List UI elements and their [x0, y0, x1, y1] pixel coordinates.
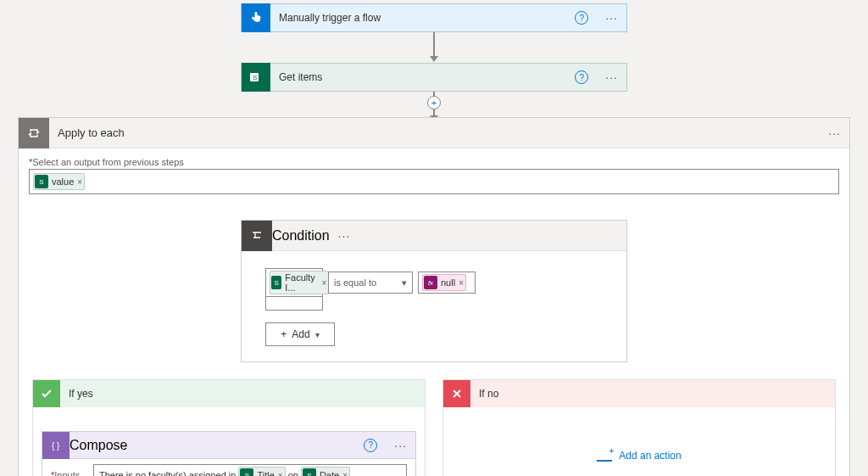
if-yes-label: If yes — [60, 388, 93, 400]
help-icon[interactable]: ? — [364, 439, 377, 452]
output-field-label: *Select an output from previous steps — [29, 157, 839, 167]
getitems-label: Get items — [270, 71, 575, 83]
add-action-icon — [597, 450, 612, 462]
check-icon — [33, 380, 60, 407]
if-no-label: If no — [470, 388, 498, 400]
token-title[interactable]: S Title × — [238, 467, 285, 476]
apply-to-each-label: Apply to each — [49, 126, 820, 139]
flow-canvas: Manually trigger a flow ? ··· S Get item… — [0, 0, 868, 476]
help-icon[interactable]: ? — [575, 70, 588, 84]
if-yes-header[interactable]: If yes — [33, 380, 425, 407]
more-icon[interactable]: ··· — [597, 70, 626, 84]
token-faculty[interactable]: S Faculty I... × — [270, 271, 329, 294]
condition-left-input[interactable]: S Faculty I... × — [265, 268, 323, 297]
if-no-branch: If no Add an action — [442, 379, 836, 476]
compose-card: { } Compose ? ··· *Inputs There is no fa… — [42, 431, 416, 476]
condition-icon — [242, 221, 272, 251]
x-icon — [443, 380, 470, 407]
apply-to-each-header[interactable]: Apply to each ··· — [19, 118, 849, 148]
plus-icon: + — [281, 328, 287, 340]
insert-step-button[interactable]: + — [427, 96, 441, 109]
condition-operator-select[interactable]: is equal to ▾ — [328, 272, 413, 294]
trigger-card[interactable]: Manually trigger a flow ? ··· — [241, 3, 627, 32]
connector-arrow — [428, 32, 440, 62]
apply-to-each-container: Apply to each ··· *Select an output from… — [18, 117, 850, 476]
chevron-down-icon: ▾ — [315, 330, 320, 339]
close-icon[interactable]: × — [342, 471, 348, 477]
close-icon[interactable]: × — [278, 471, 283, 477]
svg-text:S: S — [253, 74, 257, 81]
svg-text:{ }: { } — [52, 441, 60, 451]
inputs-label: *Inputs — [51, 470, 85, 476]
sharepoint-icon: S — [242, 63, 270, 92]
sharepoint-icon: S — [271, 276, 281, 289]
more-icon[interactable]: ··· — [820, 126, 849, 140]
token-value[interactable]: S value × — [33, 173, 85, 190]
sharepoint-icon: S — [240, 468, 253, 476]
condition-header[interactable]: Condition ··· — [242, 221, 626, 251]
condition-card: Condition ··· S Faculty I... × — [241, 220, 627, 362]
token-null[interactable]: fx null × — [422, 274, 466, 291]
compose-icon: { } — [42, 432, 70, 459]
fx-icon: fx — [424, 276, 437, 289]
help-icon[interactable]: ? — [575, 11, 588, 25]
add-condition-button[interactable]: + Add ▾ — [265, 322, 335, 346]
output-input[interactable]: S value × — [29, 169, 839, 194]
getitems-card[interactable]: S Get items ? ··· — [241, 63, 627, 92]
condition-left-extra[interactable] — [265, 297, 323, 311]
loop-icon — [19, 118, 49, 148]
chevron-down-icon: ▾ — [402, 277, 407, 288]
sharepoint-icon: S — [303, 468, 316, 476]
if-yes-branch: If yes { } Compose ? ··· *Inputs — [32, 379, 426, 476]
more-icon[interactable]: ··· — [597, 11, 626, 25]
condition-right-input[interactable]: fx null × — [418, 272, 476, 294]
more-icon[interactable]: ··· — [386, 439, 415, 452]
sharepoint-icon: S — [35, 175, 48, 188]
close-icon[interactable]: × — [77, 177, 82, 187]
compose-label: Compose — [70, 438, 127, 453]
close-icon[interactable]: × — [459, 278, 464, 288]
trigger-label: Manually trigger a flow — [270, 12, 575, 24]
if-no-header[interactable]: If no — [443, 380, 835, 407]
close-icon[interactable]: × — [321, 278, 326, 288]
compose-input[interactable]: There is no faculty(s) assigned in S Tit… — [93, 464, 407, 476]
token-date[interactable]: S Date × — [301, 467, 350, 476]
add-action-button[interactable]: Add an action — [443, 450, 835, 462]
touch-icon — [242, 3, 270, 32]
more-icon[interactable]: ··· — [330, 229, 359, 243]
condition-label: Condition — [272, 228, 330, 244]
compose-header[interactable]: { } Compose ? ··· — [42, 432, 415, 459]
